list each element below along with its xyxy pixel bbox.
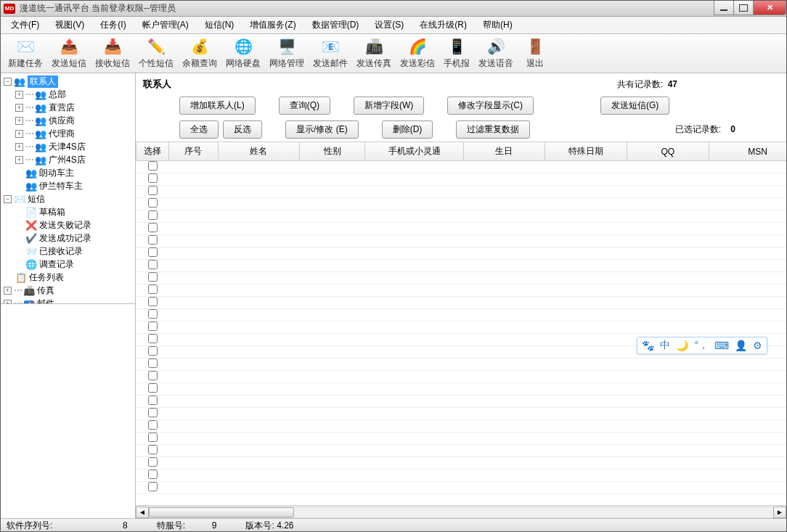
menu-account[interactable]: 帐户管理(A) (136, 17, 195, 33)
table-row[interactable] (136, 272, 787, 285)
tree-tasklist[interactable]: 📋 任务列表 (1, 271, 135, 284)
toolbar-新建任务[interactable]: ✉️新建任务 (4, 36, 47, 71)
row-checkbox[interactable] (148, 297, 158, 306)
column-header[interactable]: 序号 (169, 142, 219, 161)
tree-item[interactable]: +⋯👥代理商 (1, 127, 135, 140)
table-row[interactable] (136, 383, 787, 396)
toolbar-发送传真[interactable]: 📠发送传真 (352, 36, 396, 71)
table-row[interactable] (136, 482, 787, 494)
row-checkbox[interactable] (148, 334, 158, 343)
table-row[interactable] (136, 433, 787, 445)
row-checkbox[interactable] (148, 235, 158, 245)
table-row[interactable] (136, 297, 787, 309)
toolbar-余额查询[interactable]: 💰余额查询 (178, 36, 221, 71)
row-checkbox[interactable] (148, 260, 158, 269)
row-checkbox[interactable] (148, 420, 158, 430)
row-checkbox[interactable] (148, 285, 158, 294)
toolbar-个性短信[interactable]: ✏️个性短信 (134, 36, 178, 71)
tree-item[interactable]: +⋯👥直营店 (1, 101, 135, 114)
menu-settings[interactable]: 设置(S) (369, 17, 409, 33)
ime-lang-indicator[interactable]: 中 (660, 339, 670, 352)
edit-field-display-button[interactable]: 修改字段显示(C) (447, 97, 534, 115)
toolbar-网络管理[interactable]: 🖥️网络管理 (265, 36, 309, 71)
table-container[interactable]: 选择序号姓名性别手机或小灵通生日特殊日期QQMSNEMail 🐾 中 🌙 °， … (136, 142, 786, 505)
row-checkbox[interactable] (148, 445, 158, 454)
menu-valueadded[interactable]: 增值服务(Z) (244, 17, 301, 33)
menu-upgrade[interactable]: 在线升级(R) (414, 17, 473, 33)
tree-item[interactable]: 👥朗动车主 (1, 166, 135, 179)
table-row[interactable] (136, 396, 787, 408)
ime-keyboard-icon[interactable]: ⌨ (714, 340, 729, 351)
column-header[interactable]: 性别 (300, 142, 365, 161)
row-checkbox[interactable] (148, 433, 158, 442)
column-header[interactable]: 特殊日期 (545, 142, 627, 161)
row-checkbox[interactable] (148, 383, 158, 393)
tree-item[interactable]: +⋯👥天津4S店 (1, 140, 135, 153)
close-button[interactable] (753, 1, 786, 15)
menu-data[interactable]: 数据管理(D) (306, 17, 365, 33)
tree-view[interactable]: − 👥 联系人 +⋯👥总部+⋯👥直营店+⋯👥供应商+⋯👥代理商+⋯👥天津4S店+… (1, 73, 135, 303)
row-checkbox[interactable] (148, 247, 158, 257)
column-header[interactable]: 姓名 (218, 142, 300, 161)
table-row[interactable] (136, 186, 787, 198)
new-field-button[interactable]: 新增字段(W) (354, 97, 424, 115)
table-row[interactable] (136, 371, 787, 383)
row-checkbox[interactable] (148, 186, 158, 195)
maximize-button[interactable] (733, 1, 754, 15)
delete-button[interactable]: 删除(D) (382, 120, 433, 139)
menu-file[interactable]: 文件(F) (5, 17, 45, 33)
table-row[interactable] (136, 161, 787, 173)
collapse-icon[interactable]: − (4, 195, 12, 203)
scroll-left-arrow[interactable]: ◄ (136, 507, 149, 518)
table-row[interactable] (136, 260, 787, 272)
toolbar-发送邮件[interactable]: 📧发送邮件 (309, 36, 352, 71)
table-row[interactable] (136, 445, 787, 457)
tree-item[interactable]: +⋯👥供应商 (1, 114, 135, 127)
table-row[interactable] (136, 223, 787, 235)
row-checkbox[interactable] (148, 210, 158, 220)
add-contact-button[interactable]: 增加联系人(L) (179, 97, 256, 115)
toolbar-手机报[interactable]: 📱手机报 (439, 36, 474, 71)
column-header[interactable]: 生日 (463, 142, 545, 161)
row-checkbox[interactable] (148, 161, 158, 171)
table-row[interactable] (136, 457, 787, 470)
tree-item[interactable]: +⋯👥总部 (1, 88, 135, 101)
invert-selection-button[interactable]: 反选 (223, 120, 262, 139)
tree-mail[interactable]: + ⋯ 📪 邮件 (1, 297, 135, 303)
toolbar-接收短信[interactable]: 📥接收短信 (91, 36, 134, 71)
tree-item[interactable]: 🌐调查记录 (1, 258, 135, 271)
tree-item[interactable]: 📨已接收记录 (1, 245, 135, 258)
table-row[interactable] (136, 309, 787, 322)
table-row[interactable] (136, 470, 787, 482)
tree-item[interactable]: 👥伊兰特车主 (1, 179, 135, 192)
show-edit-button[interactable]: 显示/修改 (E) (285, 120, 359, 139)
tree-fax[interactable]: + ⋯ 📠 传真 (1, 284, 135, 297)
row-checkbox[interactable] (148, 198, 158, 208)
table-row[interactable] (136, 420, 787, 433)
minimize-button[interactable] (714, 1, 734, 15)
collapse-icon[interactable]: − (4, 78, 12, 86)
column-header[interactable]: 手机或小灵通 (365, 142, 463, 161)
expand-icon[interactable]: + (15, 156, 23, 164)
row-checkbox[interactable] (148, 309, 158, 319)
expand-icon[interactable]: + (15, 143, 23, 151)
scroll-right-arrow[interactable]: ► (773, 507, 786, 518)
toolbar-发送彩信[interactable]: 🌈发送彩信 (396, 36, 439, 71)
send-sms-button[interactable]: 发送短信(G) (600, 97, 669, 115)
tree-item[interactable]: 📄草稿箱 (1, 205, 135, 218)
tree-item[interactable]: ✔️发送成功记录 (1, 232, 135, 245)
table-row[interactable] (136, 408, 787, 420)
ime-user-icon[interactable]: 👤 (735, 340, 747, 351)
table-row[interactable] (136, 235, 787, 247)
toolbar-网络硬盘[interactable]: 🌐网络硬盘 (221, 36, 265, 71)
table-row[interactable] (136, 285, 787, 297)
menu-view[interactable]: 视图(V) (49, 17, 90, 33)
row-checkbox[interactable] (148, 470, 158, 479)
dedup-button[interactable]: 过滤重复数据 (456, 120, 530, 139)
tree-contacts[interactable]: − 👥 联系人 (1, 75, 135, 88)
toolbar-退出[interactable]: 🚪退出 (518, 36, 552, 71)
ime-gear-icon[interactable]: ⚙ (753, 340, 762, 351)
toolbar-发送语音[interactable]: 🔊发送语音 (474, 36, 518, 71)
expand-icon[interactable]: + (15, 104, 23, 112)
row-checkbox[interactable] (148, 408, 158, 417)
